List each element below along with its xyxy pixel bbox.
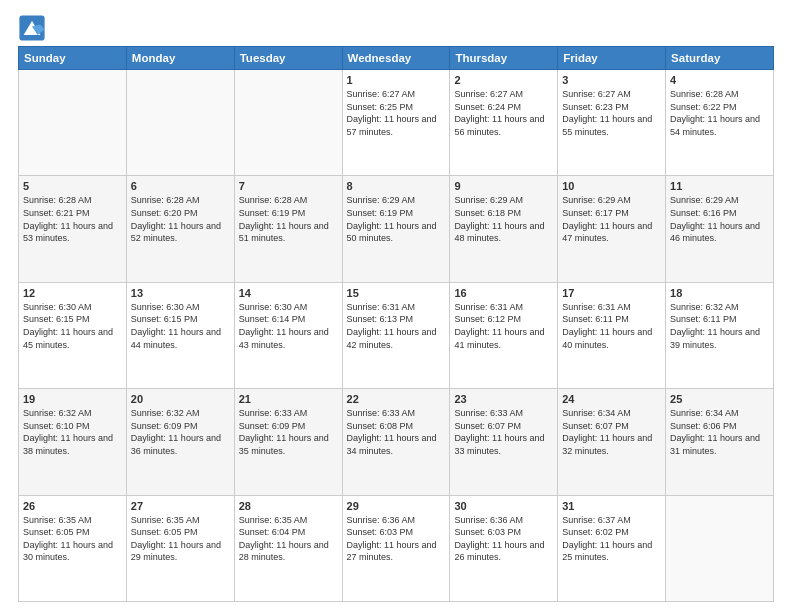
day-info: Sunrise: 6:34 AM Sunset: 6:07 PM Dayligh… <box>562 407 661 457</box>
day-number: 6 <box>131 180 230 192</box>
calendar-week-1: 1Sunrise: 6:27 AM Sunset: 6:25 PM Daylig… <box>19 70 774 176</box>
day-info: Sunrise: 6:30 AM Sunset: 6:15 PM Dayligh… <box>23 301 122 351</box>
calendar-cell: 7Sunrise: 6:28 AM Sunset: 6:19 PM Daylig… <box>234 176 342 282</box>
calendar-cell: 19Sunrise: 6:32 AM Sunset: 6:10 PM Dayli… <box>19 389 127 495</box>
day-number: 5 <box>23 180 122 192</box>
calendar-cell: 25Sunrise: 6:34 AM Sunset: 6:06 PM Dayli… <box>666 389 774 495</box>
day-number: 18 <box>670 287 769 299</box>
day-info: Sunrise: 6:32 AM Sunset: 6:09 PM Dayligh… <box>131 407 230 457</box>
day-number: 30 <box>454 500 553 512</box>
calendar-cell: 1Sunrise: 6:27 AM Sunset: 6:25 PM Daylig… <box>342 70 450 176</box>
day-info: Sunrise: 6:30 AM Sunset: 6:14 PM Dayligh… <box>239 301 338 351</box>
day-number: 27 <box>131 500 230 512</box>
calendar-cell: 20Sunrise: 6:32 AM Sunset: 6:09 PM Dayli… <box>126 389 234 495</box>
day-info: Sunrise: 6:29 AM Sunset: 6:18 PM Dayligh… <box>454 194 553 244</box>
day-info: Sunrise: 6:29 AM Sunset: 6:16 PM Dayligh… <box>670 194 769 244</box>
calendar-cell: 11Sunrise: 6:29 AM Sunset: 6:16 PM Dayli… <box>666 176 774 282</box>
day-info: Sunrise: 6:31 AM Sunset: 6:13 PM Dayligh… <box>347 301 446 351</box>
day-number: 14 <box>239 287 338 299</box>
calendar-cell: 3Sunrise: 6:27 AM Sunset: 6:23 PM Daylig… <box>558 70 666 176</box>
day-info: Sunrise: 6:28 AM Sunset: 6:21 PM Dayligh… <box>23 194 122 244</box>
day-info: Sunrise: 6:34 AM Sunset: 6:06 PM Dayligh… <box>670 407 769 457</box>
calendar-week-2: 5Sunrise: 6:28 AM Sunset: 6:21 PM Daylig… <box>19 176 774 282</box>
day-number: 19 <box>23 393 122 405</box>
day-info: Sunrise: 6:35 AM Sunset: 6:04 PM Dayligh… <box>239 514 338 564</box>
day-info: Sunrise: 6:33 AM Sunset: 6:08 PM Dayligh… <box>347 407 446 457</box>
day-info: Sunrise: 6:29 AM Sunset: 6:19 PM Dayligh… <box>347 194 446 244</box>
calendar-cell <box>234 70 342 176</box>
day-info: Sunrise: 6:31 AM Sunset: 6:12 PM Dayligh… <box>454 301 553 351</box>
calendar-cell: 30Sunrise: 6:36 AM Sunset: 6:03 PM Dayli… <box>450 495 558 601</box>
calendar-cell: 28Sunrise: 6:35 AM Sunset: 6:04 PM Dayli… <box>234 495 342 601</box>
calendar-cell <box>126 70 234 176</box>
calendar-cell: 17Sunrise: 6:31 AM Sunset: 6:11 PM Dayli… <box>558 282 666 388</box>
calendar-cell: 6Sunrise: 6:28 AM Sunset: 6:20 PM Daylig… <box>126 176 234 282</box>
calendar-cell: 15Sunrise: 6:31 AM Sunset: 6:13 PM Dayli… <box>342 282 450 388</box>
calendar-cell: 5Sunrise: 6:28 AM Sunset: 6:21 PM Daylig… <box>19 176 127 282</box>
calendar-cell: 10Sunrise: 6:29 AM Sunset: 6:17 PM Dayli… <box>558 176 666 282</box>
day-number: 17 <box>562 287 661 299</box>
day-number: 22 <box>347 393 446 405</box>
calendar-cell: 14Sunrise: 6:30 AM Sunset: 6:14 PM Dayli… <box>234 282 342 388</box>
day-number: 21 <box>239 393 338 405</box>
day-info: Sunrise: 6:27 AM Sunset: 6:25 PM Dayligh… <box>347 88 446 138</box>
day-number: 12 <box>23 287 122 299</box>
day-info: Sunrise: 6:28 AM Sunset: 6:19 PM Dayligh… <box>239 194 338 244</box>
day-number: 2 <box>454 74 553 86</box>
calendar-col-thursday: Thursday <box>450 47 558 70</box>
day-info: Sunrise: 6:30 AM Sunset: 6:15 PM Dayligh… <box>131 301 230 351</box>
calendar-col-saturday: Saturday <box>666 47 774 70</box>
day-number: 13 <box>131 287 230 299</box>
calendar-cell: 16Sunrise: 6:31 AM Sunset: 6:12 PM Dayli… <box>450 282 558 388</box>
day-number: 15 <box>347 287 446 299</box>
calendar-cell: 8Sunrise: 6:29 AM Sunset: 6:19 PM Daylig… <box>342 176 450 282</box>
calendar-cell: 13Sunrise: 6:30 AM Sunset: 6:15 PM Dayli… <box>126 282 234 388</box>
day-number: 24 <box>562 393 661 405</box>
calendar-table: SundayMondayTuesdayWednesdayThursdayFrid… <box>18 46 774 602</box>
calendar-cell: 29Sunrise: 6:36 AM Sunset: 6:03 PM Dayli… <box>342 495 450 601</box>
day-number: 20 <box>131 393 230 405</box>
day-number: 25 <box>670 393 769 405</box>
calendar-cell: 12Sunrise: 6:30 AM Sunset: 6:15 PM Dayli… <box>19 282 127 388</box>
day-number: 23 <box>454 393 553 405</box>
day-number: 1 <box>347 74 446 86</box>
calendar-cell: 18Sunrise: 6:32 AM Sunset: 6:11 PM Dayli… <box>666 282 774 388</box>
calendar-col-friday: Friday <box>558 47 666 70</box>
day-number: 3 <box>562 74 661 86</box>
day-number: 7 <box>239 180 338 192</box>
day-number: 28 <box>239 500 338 512</box>
calendar-col-monday: Monday <box>126 47 234 70</box>
day-info: Sunrise: 6:36 AM Sunset: 6:03 PM Dayligh… <box>454 514 553 564</box>
day-number: 16 <box>454 287 553 299</box>
day-number: 26 <box>23 500 122 512</box>
logo-icon <box>18 14 46 42</box>
day-info: Sunrise: 6:32 AM Sunset: 6:11 PM Dayligh… <box>670 301 769 351</box>
calendar-cell: 4Sunrise: 6:28 AM Sunset: 6:22 PM Daylig… <box>666 70 774 176</box>
day-info: Sunrise: 6:36 AM Sunset: 6:03 PM Dayligh… <box>347 514 446 564</box>
day-info: Sunrise: 6:28 AM Sunset: 6:22 PM Dayligh… <box>670 88 769 138</box>
day-number: 8 <box>347 180 446 192</box>
calendar-cell: 31Sunrise: 6:37 AM Sunset: 6:02 PM Dayli… <box>558 495 666 601</box>
calendar-col-tuesday: Tuesday <box>234 47 342 70</box>
day-info: Sunrise: 6:32 AM Sunset: 6:10 PM Dayligh… <box>23 407 122 457</box>
calendar-cell: 21Sunrise: 6:33 AM Sunset: 6:09 PM Dayli… <box>234 389 342 495</box>
calendar-cell: 9Sunrise: 6:29 AM Sunset: 6:18 PM Daylig… <box>450 176 558 282</box>
calendar-week-5: 26Sunrise: 6:35 AM Sunset: 6:05 PM Dayli… <box>19 495 774 601</box>
day-info: Sunrise: 6:33 AM Sunset: 6:09 PM Dayligh… <box>239 407 338 457</box>
day-info: Sunrise: 6:29 AM Sunset: 6:17 PM Dayligh… <box>562 194 661 244</box>
day-number: 4 <box>670 74 769 86</box>
calendar-week-3: 12Sunrise: 6:30 AM Sunset: 6:15 PM Dayli… <box>19 282 774 388</box>
calendar-cell: 23Sunrise: 6:33 AM Sunset: 6:07 PM Dayli… <box>450 389 558 495</box>
calendar-cell: 27Sunrise: 6:35 AM Sunset: 6:05 PM Dayli… <box>126 495 234 601</box>
calendar-cell: 22Sunrise: 6:33 AM Sunset: 6:08 PM Dayli… <box>342 389 450 495</box>
day-number: 11 <box>670 180 769 192</box>
calendar-cell: 24Sunrise: 6:34 AM Sunset: 6:07 PM Dayli… <box>558 389 666 495</box>
calendar-col-sunday: Sunday <box>19 47 127 70</box>
day-info: Sunrise: 6:35 AM Sunset: 6:05 PM Dayligh… <box>23 514 122 564</box>
logo <box>18 14 50 42</box>
calendar-col-wednesday: Wednesday <box>342 47 450 70</box>
day-info: Sunrise: 6:35 AM Sunset: 6:05 PM Dayligh… <box>131 514 230 564</box>
calendar-cell: 2Sunrise: 6:27 AM Sunset: 6:24 PM Daylig… <box>450 70 558 176</box>
calendar-week-4: 19Sunrise: 6:32 AM Sunset: 6:10 PM Dayli… <box>19 389 774 495</box>
day-number: 10 <box>562 180 661 192</box>
